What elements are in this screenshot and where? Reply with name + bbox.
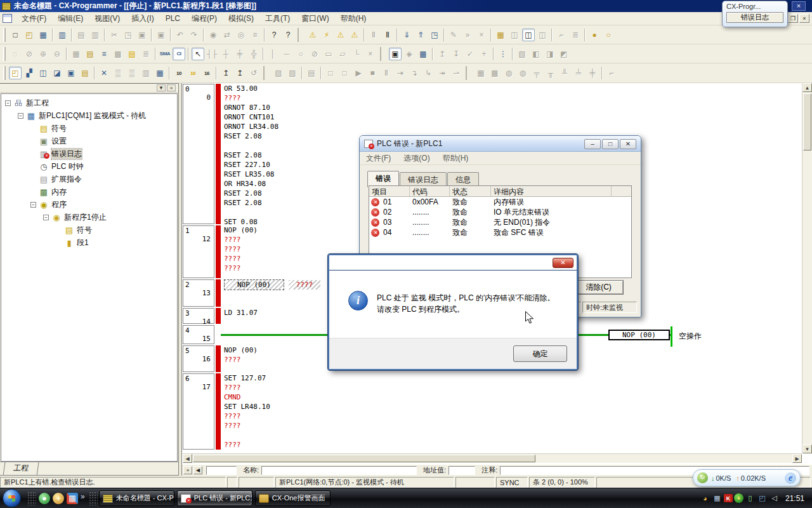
dialog-minimize-button[interactable]: – [584,139,601,149]
menu-item[interactable]: 文件(F) [16,12,52,25]
ladder-view-icon[interactable]: ▤ [126,48,138,60]
force-status-icon[interactable]: ⌐ [555,29,568,41]
print-icon[interactable]: ▤ [75,29,88,41]
help-icon[interactable]: ? [268,29,280,41]
or-contact-not-icon[interactable]: ╬ [247,48,260,60]
quicklaunch-messenger-icon[interactable]: ● [39,493,50,504]
quicklaunch-chevron[interactable]: » [81,492,85,501]
tree-item-symbols2[interactable]: 符号 [1,224,177,236]
overview-icon[interactable]: ▩ [112,48,124,60]
sim-stop-icon[interactable]: ■ [366,67,379,79]
start-button[interactable] [3,489,21,507]
line-corner-icon[interactable]: └ [350,48,363,60]
rung-list-icon[interactable]: ≡ [98,48,110,60]
taskbar-button-plc-error[interactable]: PLC 错误 - 新PLC1 [177,490,252,506]
column-header-item[interactable]: 项目 [369,186,410,196]
dialog-maximize-button[interactable]: □ [602,139,619,149]
menu-item[interactable]: 模拟(S) [223,12,259,25]
contact-not-icon[interactable]: ┼ [219,48,232,60]
coil-icon[interactable]: ○ [294,48,307,60]
tray-paint-icon[interactable]: ◕ [700,493,710,504]
network-t1-icon[interactable]: ╤ [530,67,543,79]
release-protect-icon[interactable]: ○ [602,29,615,41]
dialog-menu-item[interactable]: 选项(O) [397,152,436,164]
sim-upload-icon[interactable]: ▨ [286,67,299,79]
column-header-code[interactable]: 代码 [410,186,450,196]
instruction-icon[interactable]: ▭ [322,48,335,60]
network-t3-icon[interactable]: ╨ [558,67,571,79]
network-1-icon[interactable]: ▦ [475,67,487,79]
vertical-line-icon[interactable]: │ [266,48,279,60]
return-icon[interactable]: ⌐ [605,67,618,79]
set-protect-icon[interactable]: ● [588,29,601,41]
grid-icon[interactable]: ▦ [70,48,82,60]
menu-item[interactable]: 工具(T) [259,12,296,25]
tree-item-program1[interactable]: − 新程序1停止 [1,211,177,224]
tree-item-plc-clock[interactable]: PLC 时钟 [1,160,177,173]
cross-ref-window-icon[interactable]: ◪ [51,67,63,79]
select-mode-icon[interactable]: ↖ [192,48,204,60]
page-view-icon[interactable]: ▥ [56,29,69,41]
tray-update-icon[interactable]: + [734,493,743,503]
tree-item-memory[interactable]: 内存 [1,185,177,198]
message-dialog-close-button[interactable]: ✕ [553,258,573,268]
tree-item-expansion[interactable]: 扩展指令 [1,173,177,185]
tree-close-button[interactable]: × [167,84,176,91]
tree-item-program[interactable]: − 程序 [1,198,177,211]
tree-item-symbols[interactable]: 符号 [1,122,177,135]
usage-detail-icon[interactable]: ▒ [126,67,138,79]
sim-break-icon[interactable]: □ [324,67,337,79]
symbol-colors-icon[interactable]: ⋮ [497,48,509,60]
hex-icon[interactable]: 16 [200,67,213,79]
upload-from-plc-icon[interactable]: ⇑ [414,29,427,41]
refresh-monitor-icon[interactable]: ↺ [247,67,260,79]
zoom-in-icon[interactable]: ⊕ [37,48,49,60]
tree-item-plc[interactable]: − 新PLC1[CQM1] 监视模式 - 待机 [1,109,177,122]
plc-error-icon[interactable]: ⚠ [306,29,319,41]
network-node2-icon[interactable]: ◍ [516,67,529,79]
menu-item[interactable]: PLC [160,12,186,25]
tree-expander[interactable]: − [5,100,11,106]
address-add-icon[interactable]: + [478,48,490,60]
project-tab[interactable]: 工程 [3,462,39,476]
online-edit-send-icon[interactable]: » [461,29,474,41]
online-edit-icon[interactable]: ✎ [447,29,460,41]
vertical-scroll-thumb[interactable] [803,93,811,150]
menu-item[interactable]: 窗口(W) [296,12,334,25]
toolbar-grip[interactable] [3,47,6,61]
monitor-off-icon[interactable]: ◫ [508,29,521,41]
differential-up-icon[interactable]: ↥ [436,48,449,60]
network-t2-icon[interactable]: ╥ [544,67,557,79]
vertical-scrollbar[interactable]: ▲ ▼ [802,83,812,453]
compare-with-plc-icon[interactable]: ◳ [428,29,441,41]
tray-volume-icon[interactable]: ◁ [769,493,780,504]
sim-step-icon[interactable]: ⇥ [394,67,407,79]
tree-item-section1[interactable]: 段1 [1,236,177,249]
online-edit-cancel-icon[interactable]: × [475,29,488,41]
tree-item-settings[interactable]: 设置 [1,135,177,147]
sim-step-out-icon[interactable]: ↳ [422,67,435,79]
tray-power-icon[interactable]: ▯ [745,493,756,504]
tree-item-error-log[interactable]: 错误日志 [1,147,177,160]
mdi-restore-button[interactable]: ❐ [788,14,798,23]
address-check-icon[interactable]: ✓ [464,48,476,60]
error-transfer-icon[interactable]: ⚠ [348,29,361,41]
sim-break-clear-icon[interactable]: □ [338,67,351,79]
watch-icon[interactable]: ▩ [417,48,429,60]
clear-button[interactable]: 清除(C) [573,280,624,295]
symbol-input[interactable] [206,466,237,475]
mdi-close-button[interactable]: × [799,14,809,23]
quicklaunch-update-icon[interactable]: + [53,493,64,504]
goto-next-address-icon[interactable]: ↥ [233,67,246,79]
network-node1-icon[interactable]: ◍ [502,67,515,79]
tray-network-icon[interactable]: ◰ [757,493,768,504]
address-ref-window-icon[interactable]: ▣ [65,67,77,79]
find-error-icon[interactable]: ⚠ [334,29,347,41]
watch-window-icon[interactable]: ◫ [37,67,49,79]
menu-item[interactable]: 帮助(H) [335,12,372,25]
cross-window-icon[interactable]: ◨ [544,48,556,60]
find-icon[interactable]: ◉ [207,29,219,41]
or-contact-icon[interactable]: ╪ [233,48,246,60]
download-to-plc-icon[interactable]: ⇓ [400,29,413,41]
tree-expander[interactable]: − [43,215,49,220]
